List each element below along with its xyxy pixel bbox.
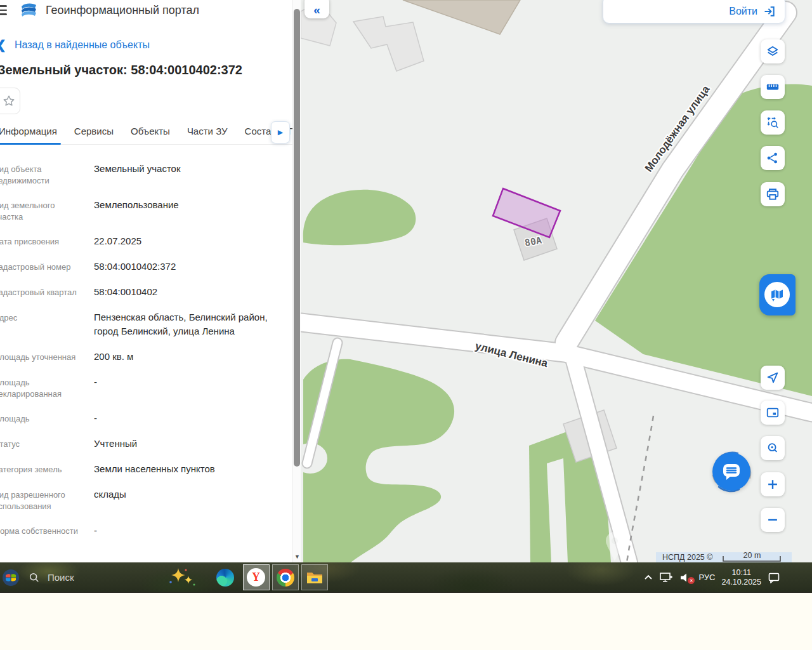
map-canvas[interactable]: 80А Молодёжная улица улица Ленина « Войт… [301,0,812,562]
double-chevron-left-icon: « [313,3,320,17]
field-row: Вид разрешенного использования склады [0,488,292,512]
field-label: Статус [0,437,94,451]
field-row: Площадь - [0,411,292,425]
field-label: Площадь уточненная [0,350,94,364]
geoportal-logo-icon [19,1,38,19]
volume-muted-icon[interactable]: × [679,572,692,583]
field-row: Дата присвоения 22.07.2025 [0,234,292,248]
zoom-out-button[interactable] [761,508,785,532]
field-row: Категория земель Земли населенных пункто… [0,462,292,476]
language-indicator[interactable]: РУС [698,573,715,582]
field-value: Земли населенных пунктов [94,462,292,476]
green-area [303,190,416,245]
minimap-icon [766,406,780,420]
collapse-panel-button[interactable]: « [304,0,329,18]
scale-bar: 20 m [721,553,782,562]
field-label: Категория земель [0,462,94,476]
map-attribution: НСПД 2025 © 20 m [656,552,792,562]
chrome-browser-button[interactable] [272,564,299,590]
area-search-icon [766,116,780,129]
edge-browser-button[interactable] [216,569,234,587]
building [403,0,520,34]
network-icon[interactable] [659,572,673,583]
chevron-left-icon: ❮ [0,37,6,52]
search-icon [29,572,40,583]
back-link[interactable]: ❮ Назад в найденные объекты [0,37,292,52]
field-row: Статус Учтенный [0,437,292,451]
field-label: Площадь [0,411,94,425]
magnifier-dot-icon [766,441,780,455]
tray-chevron-up-icon[interactable] [644,574,653,581]
triangle-right-icon: ▶ [278,128,283,136]
field-label: Кадастровый номер [0,260,94,274]
login-card: Войти [603,0,785,23]
mute-badge: × [688,577,695,584]
chat-widget-button[interactable] [710,450,753,493]
info-panel: Геоинформационный портал ❮ Назад в найде… [0,0,292,562]
tray-time: 10:11 [732,568,751,577]
notification-center-icon[interactable] [768,572,780,583]
field-value: склады [94,488,292,512]
copilot-button[interactable] [164,567,200,588]
tray-clock[interactable]: 10:11 24.10.2025 [721,568,761,587]
system-tray: × РУС 10:11 24.10.2025 [644,562,780,592]
tab-information[interactable]: Информация [0,126,57,136]
print-button[interactable] [761,182,785,206]
locate-me-button[interactable] [761,366,785,390]
attribution-text: НСПД 2025 © [662,553,712,562]
tab-objects[interactable]: Объекты [131,126,170,136]
panel-scrollbar[interactable]: ▼ [292,0,301,562]
scale-label: 20 m [721,551,782,560]
zoom-in-button[interactable] [761,472,785,496]
chrome-icon [277,569,294,587]
app-title: Геоинформационный портал [46,4,199,17]
field-value: - [94,524,292,538]
yandex-browser-button[interactable]: Y [243,564,270,590]
field-row: Кадастровый номер 58:04:0010402:372 [0,260,292,274]
folder-icon [306,570,324,585]
file-explorer-button[interactable] [301,564,328,590]
field-value: Пензенская область, Белинский район, гор… [94,310,292,338]
taskbar: Поиск Y [0,562,812,592]
field-row: Адрес Пензенская область, Белинский райо… [0,310,292,338]
tab-composition[interactable]: Соста [245,126,272,136]
field-row: Кадастровый квартал 58:04:0010402 [0,285,292,299]
field-label: Вид разрешенного использования [0,488,94,512]
tab-parts[interactable]: Части ЗУ [187,126,228,136]
navigation-arrow-icon [766,371,780,385]
login-button[interactable]: Войти [729,6,757,17]
overview-map-button[interactable] [761,401,785,425]
field-row: Форма собственности - [0,524,292,538]
field-value: 58:04:0010402:372 [94,260,292,274]
start-button[interactable] [2,569,20,587]
desktop: Геоинформационный портал ❮ Назад в найде… [0,0,812,650]
search-in-area-button[interactable] [761,110,785,135]
feedback-tab[interactable] [759,274,796,315]
field-label: Кадастровый квартал [0,285,94,299]
place-search-button[interactable] [761,436,785,460]
field-value: - [94,411,292,425]
plus-icon [766,477,780,491]
field-list: Вид объекта недвижимости Земельный участ… [0,162,292,538]
measure-button[interactable] [761,75,785,99]
tab-services[interactable]: Сервисы [74,126,114,136]
panel-header: Геоинформационный портал [0,2,292,18]
menu-icon[interactable] [0,5,7,15]
tabs-scroll-right-button[interactable]: ▶ [271,121,290,143]
field-value: - [94,375,292,400]
field-label: Вид объекта недвижимости [0,162,94,187]
field-label: Вид земельного участка [0,198,94,223]
favorite-button[interactable] [0,88,20,114]
login-icon [763,5,776,18]
star-icon [2,94,16,108]
map-glyph-icon [764,282,790,307]
field-label: Площадь декларированная [0,375,94,400]
scrollbar-thumb[interactable] [294,9,300,467]
field-value: Земельный участок [94,162,292,187]
printer-icon [766,187,780,201]
share-button[interactable] [761,146,785,170]
taskbar-search[interactable]: Поиск [29,572,74,583]
tab-bar: Информация Сервисы Объекты Части ЗУ Сост… [0,126,292,145]
field-value: Учтенный [94,437,292,451]
layers-button[interactable] [761,39,785,63]
